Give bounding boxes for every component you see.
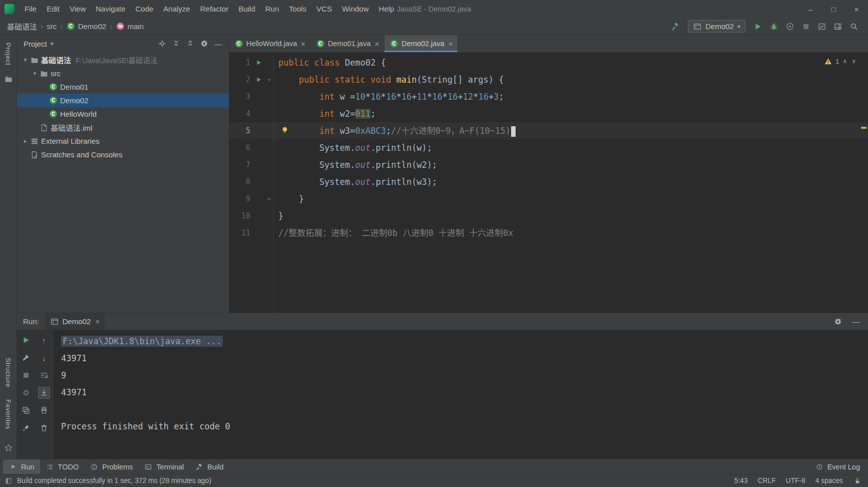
editor-tab-demo02-java[interactable]: CDemo02.java×: [384, 35, 458, 52]
menu-vcs[interactable]: VCS: [311, 0, 337, 18]
console-line-0[interactable]: F:\Java\JDK1.8\bin\java.exe ...: [61, 333, 868, 350]
prev-warning-button[interactable]: ∧: [841, 58, 848, 65]
down-stack-trace-button[interactable]: ↓: [38, 352, 50, 364]
inspection-widget[interactable]: 1 ∧ ∨: [824, 57, 857, 66]
breadcrumb-item-1[interactable]: src: [45, 21, 59, 32]
tab-close-icon[interactable]: ×: [301, 40, 305, 48]
menu-build[interactable]: Build: [233, 0, 260, 18]
event-log-button[interactable]: Event Log: [812, 462, 863, 471]
fold-down-icon[interactable]: [265, 75, 273, 84]
breadcrumb-item-3[interactable]: mmain: [114, 21, 146, 32]
console-line-4[interactable]: [61, 401, 868, 418]
tab-close-icon[interactable]: ×: [374, 40, 379, 48]
line-ending[interactable]: CRLF: [758, 477, 776, 484]
console-output[interactable]: F:\Java\JDK1.8\bin\java.exe ...439719439…: [53, 330, 868, 459]
clear-all-button[interactable]: [38, 422, 50, 434]
tree-item-1[interactable]: ▾src: [17, 67, 229, 80]
tree-item-4[interactable]: CHelloWorld: [17, 107, 229, 121]
lock-icon[interactable]: [853, 476, 862, 485]
run-button[interactable]: [751, 20, 765, 33]
settings-button[interactable]: [198, 38, 211, 50]
coverage-button[interactable]: [783, 20, 797, 33]
profiler-button[interactable]: [815, 20, 829, 33]
soft-wrap-button[interactable]: [38, 369, 50, 381]
minimize-button[interactable]: –: [799, 0, 822, 18]
tree-item-2[interactable]: CDemo01: [17, 80, 229, 94]
cursor-position[interactable]: 5:43: [734, 477, 748, 484]
debug-button[interactable]: [767, 20, 781, 33]
code-line-7[interactable]: 7 System.out.println(w2);: [229, 156, 868, 173]
toolwindow-button-run[interactable]: Run: [3, 459, 40, 474]
toolwindow-button-build[interactable]: Build: [189, 459, 229, 474]
file-encoding[interactable]: UTF-8: [786, 477, 805, 484]
hide-run-panel-button[interactable]: —: [849, 315, 863, 328]
folder-icon[interactable]: [4, 74, 14, 84]
code-line-1[interactable]: 1public class Demo02 {: [229, 54, 868, 71]
code-line-5[interactable]: 5 int w3=0xABC3;//十六进制0~9，A~F(10~15): [229, 122, 868, 139]
code-line-11[interactable]: 11//整数拓展：进制： 二进制0b 八进制0 十进制 十六进制0x: [229, 224, 868, 241]
project-view-selector[interactable]: Project ▾: [24, 40, 54, 48]
tree-item-7[interactable]: Scratches and Consoles: [17, 148, 229, 161]
menu-navigate[interactable]: Navigate: [91, 0, 130, 18]
fold-up-icon[interactable]: [265, 194, 273, 203]
warning-stripe-mark[interactable]: [861, 127, 866, 129]
breadcrumb-item-2[interactable]: CDemo02: [65, 21, 109, 32]
hide-panel-button[interactable]: —: [212, 38, 225, 50]
menu-run[interactable]: Run: [260, 0, 284, 18]
tree-item-5[interactable]: 基础语法.iml: [17, 121, 229, 134]
code-line-10[interactable]: 10}: [229, 207, 868, 224]
run-line-button[interactable]: [254, 75, 263, 84]
menu-file[interactable]: File: [20, 0, 42, 18]
menu-analyze[interactable]: Analyze: [158, 0, 195, 18]
rerun-button[interactable]: [20, 334, 32, 346]
code-line-9[interactable]: 9 }: [229, 190, 868, 207]
menu-tools[interactable]: Tools: [284, 0, 311, 18]
tree-item-3[interactable]: CDemo02: [17, 94, 229, 107]
indent-setting[interactable]: 4 spaces: [815, 477, 843, 484]
tree-item-0[interactable]: ▾基础语法F:\Java\JavaSE\基础语法: [17, 53, 229, 67]
stripe-favorites-button[interactable]: Favorites: [5, 396, 12, 433]
next-warning-button[interactable]: ∨: [850, 58, 857, 65]
console-line-1[interactable]: 43971: [61, 350, 868, 367]
console-gear-button[interactable]: [20, 387, 32, 399]
console-line-2[interactable]: 9: [61, 367, 868, 384]
run-line-button[interactable]: [254, 58, 263, 67]
stop-process-button[interactable]: [20, 369, 32, 381]
expand-all-button[interactable]: [170, 38, 183, 50]
run-tab[interactable]: Demo02 ×: [45, 313, 105, 330]
toolwindow-button-todo[interactable]: TODO: [40, 459, 85, 474]
hide-windows-button[interactable]: [831, 20, 845, 33]
code-line-8[interactable]: 8 System.out.println(w3);: [229, 173, 868, 190]
run-config-selector[interactable]: Demo02 ▾: [688, 20, 745, 33]
tree-chevron-icon[interactable]: ▸: [21, 138, 30, 144]
restore-layout-button[interactable]: [20, 404, 32, 416]
maximize-button[interactable]: □: [822, 0, 845, 18]
up-stack-trace-button[interactable]: ↑: [38, 334, 50, 346]
code-line-4[interactable]: 4 int w2=011;: [229, 105, 868, 122]
console-line-3[interactable]: 43971: [61, 384, 868, 401]
code-line-6[interactable]: 6 System.out.println(w);: [229, 139, 868, 156]
menu-view[interactable]: View: [65, 0, 91, 18]
print-button[interactable]: [38, 404, 50, 416]
menu-help[interactable]: Help: [374, 0, 399, 18]
code-line-3[interactable]: 3 int w =10*16*16*16+11*16*16+12*16+3;: [229, 88, 868, 105]
build-project-button[interactable]: [668, 20, 682, 33]
tab-close-icon[interactable]: ×: [449, 40, 453, 48]
menu-window[interactable]: Window: [337, 0, 373, 18]
pin-tab-button[interactable]: [20, 422, 32, 434]
code-line-2[interactable]: 2 public static void main(String[] args)…: [229, 71, 868, 88]
stripe-project-button[interactable]: Project: [5, 39, 12, 69]
star-icon[interactable]: [4, 443, 14, 453]
run-tab-close-icon[interactable]: ×: [95, 317, 100, 326]
tree-chevron-icon[interactable]: ▾: [21, 57, 30, 63]
modify-run-configuration-button[interactable]: [20, 352, 32, 364]
editor[interactable]: 1public class Demo02 {2 public static vo…: [229, 53, 868, 313]
toolwindow-button-terminal[interactable]: Terminal: [138, 459, 189, 474]
console-line-5[interactable]: Process finished with exit code 0: [61, 418, 868, 435]
tool-window-switcher-icon[interactable]: [4, 476, 13, 485]
stripe-structure-button[interactable]: Structure: [5, 354, 12, 391]
close-button[interactable]: ×: [845, 0, 868, 18]
scroll-to-end-button[interactable]: [38, 387, 50, 399]
stop-button[interactable]: [799, 20, 813, 33]
toolwindow-button-problems[interactable]: Problems: [84, 459, 138, 474]
